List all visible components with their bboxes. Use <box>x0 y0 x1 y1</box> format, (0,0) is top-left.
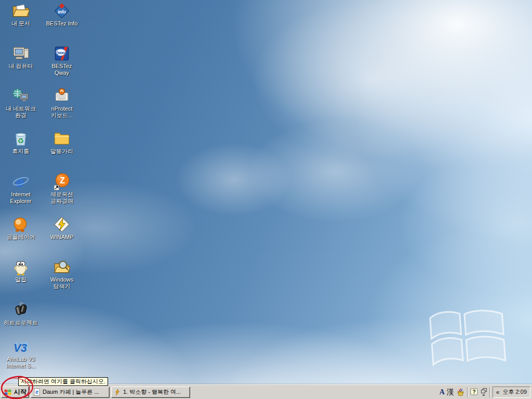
svg-text:e: e <box>16 174 24 190</box>
desktop-icon-label: 휴지통 <box>1 148 41 155</box>
start-button-label: 시작 <box>14 388 26 396</box>
desktop-icon-folder-malddonggari[interactable]: 말똥가리 <box>42 130 82 155</box>
system-tray: A 漢 ? « 오후 2:09 <box>440 386 531 398</box>
desktop-icon-recycle-bin[interactable]: ♻ 휴지통 <box>1 130 41 155</box>
internet-explorer-small-icon: e <box>33 388 41 396</box>
desktop-icon-my-network[interactable]: 내 네트워크 환경 <box>1 87 41 119</box>
desktop-icon-alzip[interactable]: 알집 <box>1 258 41 283</box>
ime-pad-icon[interactable] <box>456 388 465 396</box>
svg-text:V3: V3 <box>14 342 27 354</box>
svg-text:♻: ♻ <box>18 137 24 145</box>
desktop-icon-label: AhnLab V3 Internet S... <box>1 356 41 369</box>
desktop-icon-label: 말똥가리 <box>42 148 82 155</box>
desktop-icon-bestez-info[interactable]: Info BESTez Info <box>42 2 82 27</box>
desktop-icon-gom-player[interactable]: 곰플레이어 <box>1 216 41 241</box>
folder-icon <box>53 130 71 148</box>
nprotect-keyboard-icon <box>53 87 71 105</box>
my-computer-icon <box>12 45 30 62</box>
svg-text:Qway: Qway <box>56 50 66 55</box>
taskbar-button-label: Daum 카페 | 늘푸른 ... <box>43 388 99 396</box>
desktop-icon-my-computer[interactable]: 내 컴퓨터 <box>1 45 41 70</box>
desktop-icon-internet-explorer[interactable]: e Internet Explorer <box>1 173 41 205</box>
svg-text:Z: Z <box>60 176 65 185</box>
taskbar-button-winamp-track[interactable]: 1. 박소향 - 행복한 여... <box>111 387 190 398</box>
ime-hanja-indicator[interactable]: 漢 <box>447 388 454 397</box>
svg-text:?: ? <box>472 389 475 395</box>
ahnlab-v3-icon: V3 V3 <box>12 338 30 355</box>
taskbar-button-label: 1. 박소향 - 행복한 여... <box>123 388 181 396</box>
internet-explorer-icon: e <box>12 173 30 191</box>
restore-toolbar-icon[interactable] <box>481 388 487 396</box>
winamp-icon <box>53 216 71 233</box>
start-tooltip: 시작하려면 여기를 클릭하십시오. <box>18 377 108 386</box>
desktop-icon-label: 내 문서 <box>1 20 41 27</box>
tray-clock-area: « 오후 2:09 <box>493 387 530 398</box>
desktop-icon-label: 알집 <box>1 276 41 283</box>
desktop-icon-label: Windows 탐색기 <box>42 276 82 290</box>
desktop-icon-zero-auction[interactable]: Z 제로옥션 공짜경매 <box>42 173 82 205</box>
desktop-icon-ahnlab-v3[interactable]: V3 V3 AhnLab V3 Internet S... <box>1 338 41 369</box>
desktop-icon-nprotect-keyboard[interactable]: nProtect 키보드... <box>42 87 82 119</box>
desktop-icon-label: WINAMP <box>42 234 82 241</box>
tray-divider <box>467 387 468 397</box>
tray-divider <box>489 387 490 397</box>
desktop-icon-label: 제로옥션 공짜경매 <box>42 191 82 205</box>
clock[interactable]: 오후 2:09 <box>503 388 527 396</box>
bestez-qway-icon: Qway <box>53 45 71 62</box>
desktop-icon-label: 곰플레이어 <box>1 234 41 241</box>
windows-explorer-icon <box>53 258 71 276</box>
desktop-icon-hit-project[interactable]: 히트프로젝트 <box>1 301 41 326</box>
svg-text:Info: Info <box>58 9 66 15</box>
desktop-icon-windows-explorer[interactable]: Windows 탐색기 <box>42 258 82 290</box>
help-icon[interactable]: ? <box>470 388 478 396</box>
bestez-info-icon: Info <box>53 2 71 20</box>
taskbar: 시작 e Daum 카페 | 늘푸른 ... 1. 박소향 - 행복한 여...… <box>0 384 532 399</box>
desktop-icon-label: 내 컴퓨터 <box>1 63 41 70</box>
zero-auction-icon: Z <box>53 173 71 191</box>
recycle-bin-icon: ♻ <box>12 130 30 148</box>
windows-flag-watermark-icon <box>429 302 506 373</box>
windows-flag-icon <box>4 388 12 396</box>
gom-player-icon <box>12 216 30 233</box>
start-button[interactable]: 시작 <box>1 387 29 398</box>
desktop-icon-my-documents[interactable]: 내 문서 <box>1 2 41 27</box>
taskbar-button-daum-cafe[interactable]: e Daum 카페 | 늘푸른 ... <box>31 387 110 398</box>
hide-inactive-icons-chevron[interactable]: « <box>496 387 500 397</box>
my-network-icon <box>12 87 30 105</box>
winamp-small-icon <box>114 389 121 396</box>
ime-english-indicator[interactable]: A <box>440 388 445 396</box>
desktop-icon-label: nProtect 키보드... <box>42 105 82 119</box>
desktop-icon-bestez-qway[interactable]: Qway BESTez Qway <box>42 45 82 76</box>
svg-text:e: e <box>35 389 38 395</box>
alzip-icon <box>12 258 30 276</box>
hit-project-icon <box>12 301 30 319</box>
desktop-icon-label: 히트프로젝트 <box>1 320 41 326</box>
desktop-icon-label: BESTez Info <box>42 20 82 27</box>
desktop-icon-winamp[interactable]: WINAMP <box>42 216 82 241</box>
desktop-icon-label: 내 네트워크 환경 <box>1 105 41 119</box>
desktop-icon-label: Internet Explorer <box>1 191 41 205</box>
desktop-icon-label: BESTez Qway <box>42 63 82 76</box>
my-documents-icon <box>12 2 30 20</box>
